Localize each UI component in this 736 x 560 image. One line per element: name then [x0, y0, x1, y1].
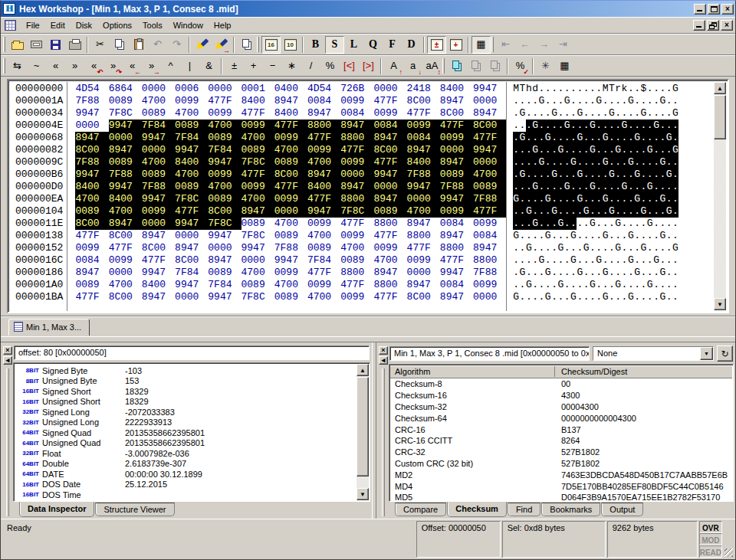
- hex-word[interactable]: 8947: [307, 169, 340, 181]
- ascii-char[interactable]: .: [659, 242, 665, 254]
- ascii-char[interactable]: .: [622, 205, 628, 218]
- ascii-char[interactable]: G: [634, 132, 640, 144]
- ascii-char[interactable]: .: [590, 83, 596, 95]
- ascii-char[interactable]: .: [539, 181, 545, 193]
- hex-word[interactable]: 7F8C: [175, 193, 208, 205]
- ascii-char[interactable]: G: [603, 156, 609, 169]
- ascii-char[interactable]: .: [564, 107, 570, 120]
- column-header-digest[interactable]: Checksum/Digest: [555, 366, 732, 377]
- inspector-row[interactable]: 64BITDATE00:00:00 30.12.1899: [15, 469, 356, 480]
- ascii-char[interactable]: .: [641, 144, 647, 156]
- ascii-char[interactable]: .: [526, 132, 532, 144]
- hex-word[interactable]: 8400: [307, 181, 340, 193]
- ascii-char[interactable]: .: [634, 242, 640, 254]
- hex-word[interactable]: 0000: [473, 291, 506, 303]
- ascii-char[interactable]: .: [532, 254, 538, 267]
- ascii-char[interactable]: .: [551, 144, 557, 156]
- hex-word[interactable]: 9947: [440, 267, 473, 279]
- hex-word[interactable]: 0099: [242, 181, 274, 193]
- ascii-char[interactable]: .: [590, 193, 596, 205]
- menu-help[interactable]: Help: [209, 18, 237, 32]
- hex-word[interactable]: 9947: [175, 279, 208, 291]
- hex-word[interactable]: 8400: [407, 156, 440, 169]
- hex-word[interactable]: 0006: [175, 83, 208, 95]
- hex-word[interactable]: 0000: [142, 144, 175, 156]
- hex-word[interactable]: 0000: [440, 144, 473, 156]
- checksum-row[interactable]: Checksum-640000000000004300: [390, 412, 732, 424]
- ascii-char[interactable]: .: [557, 230, 564, 242]
- ascii-char[interactable]: G: [545, 230, 551, 242]
- negate-button[interactable]: ±: [225, 57, 244, 75]
- ascii-char[interactable]: .: [539, 144, 545, 156]
- ascii-char[interactable]: .: [513, 107, 519, 120]
- hex-word[interactable]: 4700: [142, 156, 175, 169]
- ascii-char[interactable]: .: [564, 267, 570, 279]
- ascii-char[interactable]: .: [672, 291, 678, 303]
- ascii-char[interactable]: .: [545, 205, 551, 218]
- hex-word[interactable]: 7F84: [142, 120, 175, 132]
- hex-word[interactable]: 7F8C: [340, 205, 373, 218]
- scroll-down-icon[interactable]: ▼: [356, 488, 369, 500]
- hex-word[interactable]: 9947: [142, 132, 175, 144]
- hex-word[interactable]: 477F: [175, 205, 208, 218]
- goto-last-button[interactable]: ⇥: [554, 36, 573, 54]
- hex-word[interactable]: 0089: [208, 193, 241, 205]
- ascii-char[interactable]: .: [647, 242, 653, 254]
- ascii-char[interactable]: .: [583, 120, 590, 132]
- ascii-char[interactable]: .: [634, 95, 640, 107]
- hex-word[interactable]: 8C00: [142, 242, 175, 254]
- ascii-char[interactable]: G: [526, 242, 532, 254]
- inspector-row[interactable]: 16BITDOS Time: [15, 490, 356, 500]
- ascii-char[interactable]: G: [666, 205, 672, 218]
- hex-word[interactable]: 477F: [242, 169, 274, 181]
- scroll-up-icon[interactable]: ▲: [356, 364, 369, 376]
- ascii-char[interactable]: .: [526, 230, 532, 242]
- hex-word[interactable]: 477F: [75, 230, 108, 242]
- ascii-char[interactable]: .: [609, 120, 615, 132]
- ascii-char[interactable]: G: [603, 132, 609, 144]
- hex-word[interactable]: 4700: [109, 205, 142, 218]
- ascii-char[interactable]: .: [647, 291, 653, 303]
- ascii-char[interactable]: .: [590, 242, 596, 254]
- ascii-char[interactable]: .: [647, 83, 653, 95]
- ascii-char[interactable]: .: [564, 218, 570, 230]
- ascii-char[interactable]: .: [672, 193, 678, 205]
- panel-grip[interactable]: [6, 368, 9, 516]
- hex-word[interactable]: 7F84: [208, 279, 241, 291]
- ascii-char[interactable]: .: [634, 254, 640, 267]
- hex-word[interactable]: 7F88: [407, 169, 440, 181]
- hex-word[interactable]: 4700: [142, 95, 175, 107]
- ascii-char[interactable]: .: [634, 144, 640, 156]
- panel-close-button[interactable]: ×: [3, 346, 12, 355]
- ascii-char[interactable]: .: [577, 254, 583, 267]
- hex-word[interactable]: 4700: [274, 144, 307, 156]
- checksum-row[interactable]: MD5D064F3B9A1570EA715EE1B2782F53170: [390, 492, 732, 500]
- ascii-char[interactable]: G: [583, 242, 590, 254]
- ascii-char[interactable]: .: [634, 107, 640, 120]
- ascii-char[interactable]: G: [577, 132, 583, 144]
- ascii-char[interactable]: G: [577, 107, 583, 120]
- ascii-char[interactable]: .: [647, 132, 653, 144]
- hex-word[interactable]: 8947: [242, 205, 274, 218]
- ascii-char[interactable]: .: [653, 132, 659, 144]
- toolbar-grip[interactable]: [257, 37, 259, 52]
- toolbar-grip[interactable]: [3, 58, 5, 74]
- hex-word[interactable]: 0089: [473, 181, 506, 193]
- ascii-char[interactable]: G: [570, 291, 577, 303]
- tab-structure-viewer[interactable]: Structure Viewer: [95, 503, 174, 516]
- ascii-char[interactable]: .: [583, 267, 590, 279]
- ascii-char[interactable]: G: [520, 132, 526, 144]
- ascii-char[interactable]: .: [653, 242, 659, 254]
- ascii-char[interactable]: G: [672, 144, 678, 156]
- hex-word[interactable]: 0089: [242, 218, 274, 230]
- ascii-char[interactable]: .: [672, 181, 678, 193]
- child-close-button[interactable]: ×: [721, 20, 733, 31]
- ascii-char[interactable]: G: [596, 254, 602, 267]
- ascii-char[interactable]: .: [513, 254, 519, 267]
- ascii-char[interactable]: .: [539, 267, 545, 279]
- ascii-char[interactable]: .: [628, 120, 634, 132]
- ascii-char[interactable]: .: [520, 254, 526, 267]
- hex-word[interactable]: 8947: [307, 107, 340, 120]
- hex-word[interactable]: 0099: [407, 120, 440, 132]
- copy-as-button[interactable]: [237, 36, 256, 54]
